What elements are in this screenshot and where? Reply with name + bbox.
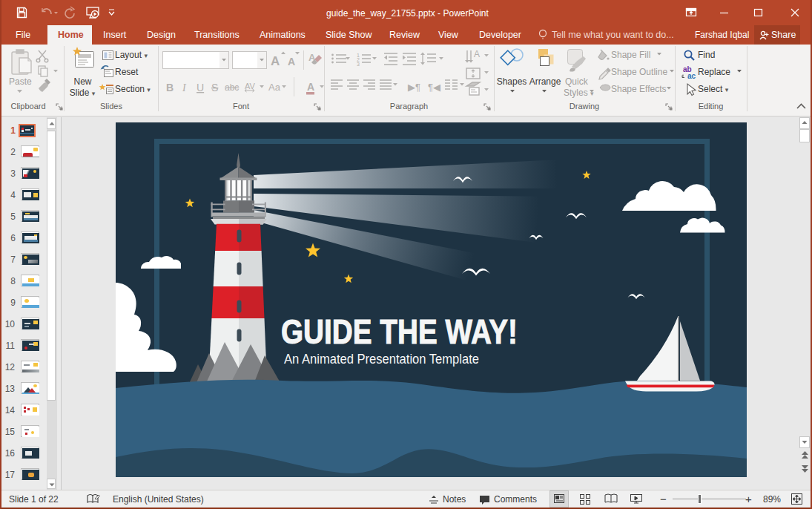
svg-text:U: U	[197, 82, 204, 93]
svg-text:B: B	[166, 82, 174, 93]
svg-text:▶¶: ▶¶	[408, 82, 420, 93]
svg-text:3: 3	[357, 62, 360, 67]
svg-text:An Animated Presentation Templ: An Animated Presentation Template	[284, 352, 479, 367]
svg-text:¶◀: ¶◀	[428, 82, 440, 93]
svg-text:A: A	[307, 81, 314, 93]
svg-text:A: A	[288, 56, 295, 68]
svg-text:Aa: Aa	[268, 82, 281, 93]
svg-text:I: I	[182, 82, 187, 93]
svg-text:GUIDE THE WAY!: GUIDE THE WAY!	[281, 312, 518, 351]
svg-text:ac: ac	[687, 72, 696, 80]
svg-text:abc: abc	[225, 82, 239, 93]
svg-text:S: S	[211, 82, 218, 93]
svg-text:A: A	[474, 49, 480, 59]
svg-text:A: A	[271, 54, 280, 68]
